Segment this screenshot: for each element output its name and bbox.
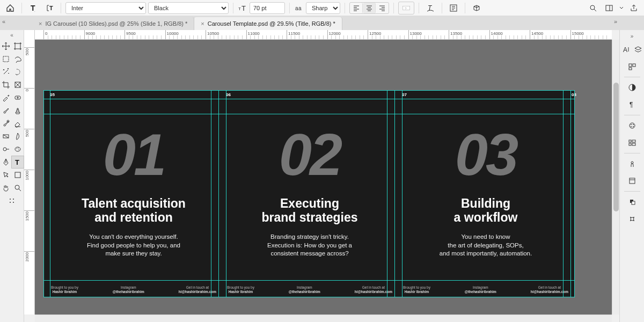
align-right-icon[interactable]	[376, 3, 389, 13]
tab-document-1[interactable]: × IG Carousel (10 Slides).psd @ 25% (Sli…	[32, 17, 194, 30]
eyedropper-tool-icon[interactable]	[0, 92, 12, 104]
svg-rect-45	[632, 143, 635, 145]
svg-rect-49	[632, 201, 635, 204]
layers-panel-icon[interactable]	[633, 42, 643, 56]
svg-rect-47	[630, 178, 635, 184]
crop-tool-icon[interactable]	[0, 79, 12, 91]
collapse-panel-icon[interactable]: «	[10, 32, 13, 40]
scrollbar-thumb[interactable]	[613, 83, 619, 211]
blur-tool-icon[interactable]	[12, 130, 24, 142]
marquee-tool-icon[interactable]	[0, 53, 12, 65]
warp-text-icon[interactable]: T	[423, 2, 437, 14]
collapse-panel-icon[interactable]: »	[631, 33, 634, 39]
artboard-tool-icon[interactable]	[12, 40, 24, 52]
adjustments-panel-icon[interactable]	[624, 80, 640, 94]
info-panel-icon[interactable]	[624, 157, 640, 171]
dodge-tool-icon[interactable]	[0, 143, 12, 155]
svg-point-29	[10, 202, 11, 203]
eraser-tool-icon[interactable]	[12, 118, 24, 129]
vertical-ruler[interactable]: 5000500100015002000	[24, 30, 35, 314]
tool-options-icon[interactable]	[6, 195, 17, 207]
text-orientation-icon[interactable]: T	[42, 2, 56, 14]
color-panel-icon[interactable]	[624, 195, 640, 209]
shape-tool-icon[interactable]	[12, 169, 24, 181]
svg-point-39	[633, 124, 634, 125]
svg-point-23	[18, 148, 18, 148]
pen-tool-icon[interactable]	[0, 156, 12, 168]
collapse-left-icon[interactable]: «	[2, 18, 5, 25]
font-weight-select[interactable]: Black	[148, 2, 229, 14]
slide-number: 01	[49, 120, 218, 188]
quick-select-tool-icon[interactable]	[12, 66, 24, 78]
properties-panel-icon[interactable]	[624, 136, 640, 150]
canvas-viewport[interactable]: 05 01 Talent acquisition and retention Y…	[35, 40, 612, 314]
svg-point-51	[630, 217, 631, 218]
character-panel-icon[interactable]: A	[621, 42, 632, 56]
vertical-scrollbar[interactable]	[612, 40, 619, 314]
libraries-panel-icon[interactable]	[624, 174, 640, 188]
close-icon[interactable]: ×	[39, 20, 42, 27]
svg-point-41	[633, 126, 634, 127]
svg-point-53	[630, 220, 631, 221]
slide-number: 02	[225, 120, 394, 188]
antialias-select[interactable]: Sharp	[306, 2, 340, 14]
horizontal-scrollbar[interactable]	[35, 314, 612, 322]
svg-point-26	[15, 185, 19, 189]
align-left-icon[interactable]	[350, 3, 363, 13]
slide-description: You can't do everything yourself. Find g…	[49, 233, 218, 258]
text-color-swatch[interactable]: ?	[398, 2, 414, 14]
canvas[interactable]: 05 01 Talent acquisition and retention Y…	[43, 90, 575, 297]
zoom-tool-icon[interactable]	[12, 182, 24, 194]
search-icon[interactable]	[586, 2, 600, 14]
paragraph-panel-icon[interactable]: ¶	[624, 98, 640, 112]
hand-tool-icon[interactable]	[0, 182, 12, 194]
workspace-switcher-icon[interactable]	[602, 2, 616, 14]
character-panel-icon[interactable]	[447, 2, 460, 14]
font-size-input[interactable]	[250, 2, 285, 14]
3d-mode-icon[interactable]	[470, 2, 484, 14]
history-brush-tool-icon[interactable]	[0, 118, 12, 129]
healing-brush-tool-icon[interactable]	[12, 92, 24, 104]
swatches-panel-icon[interactable]	[624, 119, 640, 133]
workspace-chevron-icon[interactable]	[618, 2, 625, 14]
clone-stamp-tool-icon[interactable]	[12, 105, 24, 116]
page-label: 05	[50, 92, 55, 97]
svg-point-27	[10, 199, 11, 200]
slide-06[interactable]: 06 02 Executing brand strategies Brandin…	[225, 90, 394, 297]
slide-07[interactable]: 07 03 Building a workflow You need to kn…	[401, 90, 570, 297]
gradient-tool-icon[interactable]	[0, 130, 12, 142]
move-tool-icon[interactable]	[0, 40, 12, 52]
slide-footer: Brought to you byHashir Ibrahim Instagra…	[51, 286, 216, 294]
glyphs-panel-icon[interactable]	[624, 60, 640, 74]
font-family-select[interactable]: Inter	[65, 2, 146, 14]
svg-point-46	[631, 162, 633, 164]
svg-point-20	[15, 147, 20, 151]
tab-document-2[interactable]: × Carousel Template.psd @ 29.5% (Title, …	[194, 17, 342, 30]
close-icon[interactable]: ×	[201, 20, 204, 27]
navigator-panel-icon[interactable]	[624, 212, 640, 226]
share-icon[interactable]	[627, 2, 641, 14]
lasso-tool-icon[interactable]	[12, 53, 24, 65]
align-center-icon[interactable]	[363, 3, 376, 13]
path-select-tool-icon[interactable]	[0, 169, 12, 181]
svg-point-30	[13, 202, 14, 203]
tab-label: Carousel Template.psd @ 29.5% (Title, RG…	[208, 20, 335, 27]
svg-text:¶: ¶	[630, 101, 633, 108]
home-icon[interactable]	[3, 2, 17, 14]
collapse-right-icon[interactable]: »	[614, 18, 617, 25]
sponge-tool-icon[interactable]	[12, 143, 24, 155]
font-size-icon: TT	[238, 2, 247, 14]
tools-panel: «	[0, 30, 24, 322]
slide-05[interactable]: 05 01 Talent acquisition and retention Y…	[49, 90, 218, 297]
svg-point-38	[631, 124, 632, 125]
horizontal-ruler[interactable]: 0900095001000010500110001150012000125001…	[35, 30, 612, 40]
magic-wand-tool-icon[interactable]	[0, 66, 12, 78]
frame-tool-icon[interactable]	[12, 79, 24, 91]
svg-point-37	[630, 123, 635, 128]
svg-point-11	[590, 5, 595, 10]
type-tool-icon[interactable]: T.	[26, 2, 40, 14]
options-bar: T. T Inter Black TT aa Sharp ? T	[0, 0, 644, 16]
svg-point-19	[3, 148, 6, 151]
type-tool-icon[interactable]: T	[12, 156, 24, 168]
brush-tool-icon[interactable]	[0, 105, 12, 116]
